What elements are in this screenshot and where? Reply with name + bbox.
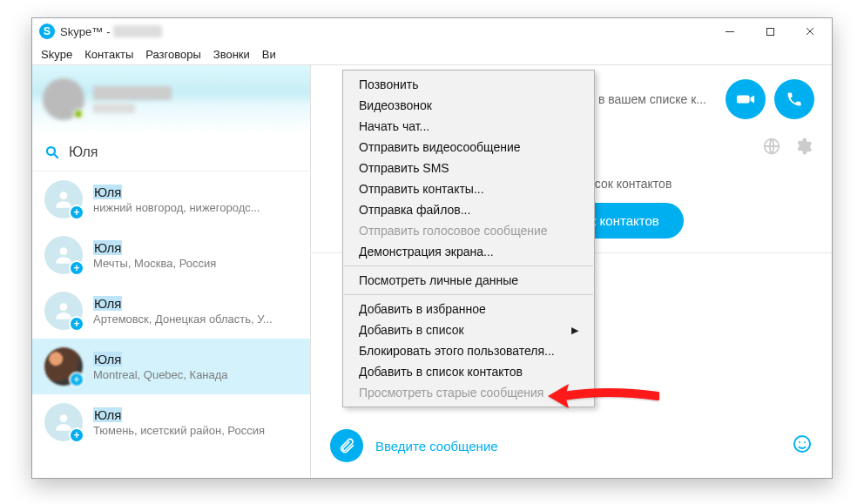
contact-location: Montreal, Quebec, Канада — [93, 368, 228, 381]
ctx-view-old-msgs: Просмотреть старые сообщения — [343, 382, 594, 403]
menubar: Skype Контакты Разговоры Звонки Ви — [32, 44, 832, 65]
ctx-call[interactable]: Позвонить — [343, 74, 594, 95]
self-avatar — [43, 78, 84, 120]
svg-point-10 — [799, 441, 800, 443]
menu-view-partial[interactable]: Ви — [262, 48, 276, 61]
ctx-separator — [344, 294, 593, 295]
search-icon — [44, 144, 60, 160]
ctx-add-to-list-label: Добавить в список — [359, 323, 464, 337]
svg-point-4 — [60, 192, 68, 199]
svg-point-11 — [804, 441, 806, 443]
title-separator: - — [106, 25, 110, 38]
contact-location: Артемовск, Донецкая область, У... — [93, 312, 273, 326]
ctx-send-contacts[interactable]: Отправить контакты... — [343, 178, 594, 199]
ctx-send-video-msg[interactable]: Отправить видеосообщение — [343, 137, 594, 158]
attach-button[interactable] — [330, 429, 363, 462]
presence-indicator — [73, 109, 84, 119]
sidebar: Юля + Юля нижний новгород, нижегородс... — [32, 65, 311, 478]
svg-rect-1 — [766, 28, 773, 35]
context-menu: Позвонить Видеозвонок Начать чат... Отпр… — [342, 70, 595, 407]
header-hint-text: в вашем списке к... — [598, 92, 706, 106]
ctx-add-to-contacts[interactable]: Добавить в список контактов — [343, 361, 594, 382]
search-query: Юля — [69, 144, 98, 160]
close-button[interactable] — [790, 18, 830, 44]
ctx-separator — [344, 265, 593, 266]
contact-name: Юля — [93, 407, 265, 422]
svg-point-2 — [47, 147, 55, 155]
compose-placeholder[interactable]: Введите сообщение — [375, 439, 780, 454]
window-controls — [710, 18, 830, 44]
emoji-button[interactable] — [792, 433, 813, 458]
contact-location: Мечты, Москва, Россия — [93, 257, 216, 270]
contact-list: + Юля нижний новгород, нижегородс... + Ю… — [32, 171, 310, 478]
contact-name: Юля — [93, 296, 273, 311]
contact-location: нижний новгород, нижегородс... — [93, 201, 260, 214]
contact-location: Тюмень, исетский район, Россия — [93, 424, 265, 437]
contact-name: Юля — [93, 240, 216, 255]
ctx-view-profile[interactable]: Посмотреть личные данные — [343, 270, 594, 291]
contact-item[interactable]: + Юля Montreal, Quebec, Канада — [32, 339, 310, 394]
gear-icon[interactable] — [793, 137, 813, 159]
contact-item[interactable]: + Юля Тюмень, исетский район, Россия — [32, 394, 310, 450]
contact-item[interactable]: + Юля нижний новгород, нижегородс... — [32, 171, 310, 227]
title-username-blur — [113, 25, 162, 37]
add-badge-icon: + — [69, 316, 84, 332]
self-status-blur — [93, 104, 135, 113]
menu-conversations[interactable]: Разговоры — [145, 48, 201, 61]
svg-point-7 — [60, 414, 68, 422]
ctx-add-to-list[interactable]: Добавить в список ▶ — [343, 319, 594, 340]
skype-logo-icon: S — [39, 24, 55, 39]
menu-skype[interactable]: Skype — [41, 48, 72, 61]
self-name-blur — [93, 86, 172, 100]
globe-icon[interactable] — [762, 137, 781, 159]
add-badge-icon: + — [69, 205, 84, 220]
person-avatar-icon: + — [44, 347, 83, 386]
ctx-video-call[interactable]: Видеозвонок — [343, 95, 594, 116]
svg-point-9 — [794, 436, 810, 452]
chevron-right-icon: ▶ — [571, 325, 578, 336]
add-badge-icon: + — [69, 427, 84, 443]
add-badge-icon: + — [69, 372, 84, 387]
contact-item[interactable]: + Юля Мечты, Москва, Россия — [32, 227, 310, 283]
svg-point-5 — [60, 247, 68, 255]
contact-name: Юля — [93, 185, 260, 199]
person-avatar-icon: + — [44, 236, 83, 274]
ctx-send-sms[interactable]: Отправить SMS — [343, 158, 594, 178]
person-avatar-icon: + — [44, 292, 83, 330]
ctx-screen-share[interactable]: Демонстрация экрана... — [343, 241, 594, 262]
contact-name: Юля — [93, 352, 228, 366]
svg-point-6 — [60, 303, 68, 311]
ctx-send-files[interactable]: Отправка файлов... — [343, 199, 594, 220]
titlebar: S Skype™ - — [32, 18, 832, 44]
audio-call-button[interactable] — [774, 79, 814, 119]
compose-bar: Введите сообщение — [311, 413, 832, 478]
menu-calls[interactable]: Звонки — [213, 48, 250, 61]
add-badge-icon: + — [69, 260, 84, 276]
ctx-block-user[interactable]: Блокировать этого пользователя... — [343, 340, 594, 361]
app-window: S Skype™ - Skype Контакты Разговоры Звон… — [31, 17, 833, 479]
ctx-start-chat[interactable]: Начать чат... — [343, 116, 594, 137]
menu-contacts[interactable]: Контакты — [84, 48, 133, 61]
ctx-add-favorite[interactable]: Добавить в избранное — [343, 299, 594, 319]
svg-line-3 — [54, 154, 58, 158]
svg-rect-0 — [726, 31, 734, 32]
minimize-button[interactable] — [710, 18, 750, 44]
ctx-send-voice-msg: Отправить голосовое сообщение — [343, 220, 594, 241]
person-avatar-icon: + — [44, 180, 83, 218]
search-bar[interactable]: Юля — [32, 133, 310, 171]
self-profile[interactable] — [32, 65, 310, 133]
contact-item[interactable]: + Юля Артемовск, Донецкая область, У... — [32, 283, 310, 339]
video-call-button[interactable] — [726, 79, 766, 119]
person-avatar-icon: + — [44, 403, 83, 441]
app-title: Skype™ — [60, 25, 103, 38]
maximize-button[interactable] — [750, 18, 790, 44]
